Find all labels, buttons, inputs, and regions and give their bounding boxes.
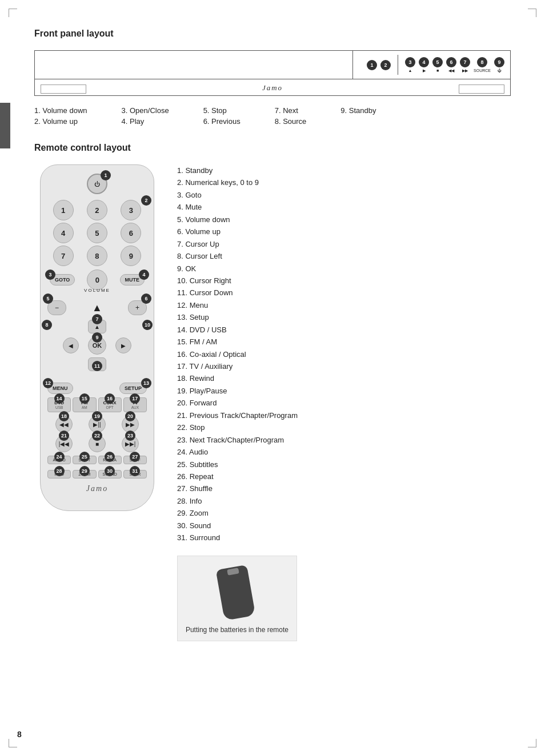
legend-item-4: 4. Play xyxy=(122,117,169,126)
desc-27: 27. Shuffle xyxy=(177,482,511,494)
audio-button[interactable]: 24 AUDIO xyxy=(47,456,71,464)
num-btn-0[interactable]: 0 xyxy=(87,270,107,290)
desc-29: 29. Zoom xyxy=(177,507,511,519)
sub-button[interactable]: 25 SUB-T xyxy=(73,456,96,464)
desc-30: 30. Sound xyxy=(177,520,511,532)
fp-divider xyxy=(352,51,354,79)
info-button[interactable]: 28 INFO xyxy=(47,470,71,478)
nav-left-badge: 8 xyxy=(42,320,52,330)
fp-item-8: 8 SOURCE xyxy=(474,57,491,73)
desc-6: 6. Volume up xyxy=(177,226,511,238)
tv-aux-button[interactable]: 17 TV AUX xyxy=(123,397,147,412)
rew-badge: 18 xyxy=(59,411,69,421)
fp-badge-9: 9 xyxy=(494,57,504,67)
fm-am-button[interactable]: 15 FM AM xyxy=(73,397,96,412)
zoom-button[interactable]: 29 ZOOM xyxy=(73,470,96,478)
num-btn-3[interactable]: 3 xyxy=(121,200,141,220)
desc-25: 25. Subtitles xyxy=(177,459,511,471)
desc-8: 8. Cursor Left xyxy=(177,250,511,262)
legend-item-6: 6. Previous xyxy=(203,117,241,126)
num-btn-4[interactable]: 4 xyxy=(53,223,74,243)
num-btn-5[interactable]: 5 xyxy=(87,223,107,243)
desc-24: 24. Audio xyxy=(177,446,511,458)
fp-badge-3: 3 xyxy=(405,57,415,67)
corner-mark-tl xyxy=(9,9,17,17)
sound-button[interactable]: 30 SOUND xyxy=(98,470,122,478)
desc-16: 16. Co-axial / Optical xyxy=(177,348,511,360)
coax-badge: 16 xyxy=(105,393,115,404)
transport-row-2: 21 |◀◀ 22 ■ 23 ▶▶| xyxy=(47,435,147,452)
side-tab xyxy=(0,103,10,148)
nav-container: 8 10 11 7 ▲ ◀ 9 OK ▶ ▼ xyxy=(47,320,147,371)
num-btn-9[interactable]: 9 xyxy=(121,246,141,266)
standby-badge: 1 xyxy=(101,170,111,180)
desc-26: 26. Repeat xyxy=(177,471,511,482)
desc-3: 3. Goto xyxy=(177,189,511,201)
desc-14: 14. DVD / USB xyxy=(177,324,511,336)
fp-controls: 1 2 3 ▲ 4 ▶ 5 xyxy=(355,55,504,75)
sound-badge: 30 xyxy=(105,466,115,476)
surround-button[interactable]: 31 SURR xyxy=(123,470,147,478)
next-container: 23 ▶▶| xyxy=(122,435,139,452)
fp-item-5: 5 ■ xyxy=(432,57,443,73)
num-btn-1[interactable]: 1 xyxy=(53,200,74,220)
remote-standby-row: ⏻ 1 xyxy=(47,174,147,194)
goto-mute-row: 3 GOTO 0 4 MUTE xyxy=(47,270,147,290)
legend-item-1: 1. Volume down xyxy=(34,106,87,115)
fp-item-2: 2 xyxy=(380,60,391,70)
fp-item-6: 6 ◀◀ xyxy=(446,57,456,73)
legend-col-4: 7. Next 8. Source xyxy=(275,106,307,126)
nav-up-badge: 7 xyxy=(92,314,102,324)
menu-setup-row: 12 MENU 13 SETUP xyxy=(47,383,147,394)
legend-col-1: 1. Volume down 2. Volume up xyxy=(34,106,87,126)
nav-right-badge: 10 xyxy=(142,320,153,330)
legend-col-3: 5. Stop 6. Previous xyxy=(203,106,241,126)
panel-legend: 1. Volume down 2. Volume up 3. Open/Clos… xyxy=(34,106,511,126)
menu-container: 12 MENU xyxy=(47,383,73,394)
desc-21: 21. Previous Track/Chapter/Program xyxy=(177,409,511,421)
standby-button[interactable]: ⏻ 1 xyxy=(87,174,107,194)
corner-mark-br xyxy=(528,739,536,747)
numkeys-badge: 2 xyxy=(141,195,151,206)
mute-container: 4 MUTE xyxy=(120,274,145,285)
num-btn-8[interactable]: 8 xyxy=(87,246,107,266)
front-panel-bottom: Jamo xyxy=(35,79,510,96)
goto-container: 3 GOTO xyxy=(50,274,75,285)
desc-5: 5. Volume down xyxy=(177,214,511,226)
desc-22: 22. Stop xyxy=(177,421,511,433)
fp-sub-right xyxy=(459,85,504,94)
coax-opt-button[interactable]: 16 COAX OPT xyxy=(98,397,122,412)
num-btn-6[interactable]: 6 xyxy=(121,223,141,243)
shuffle-button[interactable]: 27 SHUF xyxy=(123,456,147,464)
remote-wrapper: ⏻ 1 2 1 2 3 4 5 6 7 8 xyxy=(34,164,160,511)
sub-badge: 25 xyxy=(79,452,90,462)
stop-container: 22 ■ xyxy=(89,435,106,452)
desc-31: 31. Surround xyxy=(177,532,511,544)
fp-logo: Jamo xyxy=(262,83,283,93)
vol-down-badge: 5 xyxy=(43,293,53,304)
power-icon: ⏻ xyxy=(94,181,100,187)
repeat-button[interactable]: 26 REPEA xyxy=(98,456,122,464)
nav-left-button[interactable]: ◀ xyxy=(63,337,79,353)
legend-item-7: 7. Next xyxy=(275,106,307,115)
source-grid: 14 DVD USB 15 FM AM 16 COAX OPT xyxy=(47,397,147,412)
menu-badge: 12 xyxy=(43,378,53,388)
fm-badge: 15 xyxy=(79,393,90,404)
nav-right-button[interactable]: ▶ xyxy=(115,337,131,353)
remote-body: ⏻ 1 2 1 2 3 4 5 6 7 8 xyxy=(40,164,154,511)
num-btn-2[interactable]: 2 xyxy=(87,200,107,220)
setup-badge: 13 xyxy=(141,378,151,388)
legend-item-5: 5. Stop xyxy=(203,106,241,115)
fp-badge-6: 6 xyxy=(446,57,456,67)
num-btn-7[interactable]: 7 xyxy=(53,246,74,266)
fp-badge-1: 1 xyxy=(367,60,377,70)
desc-10: 10. Cursor Right xyxy=(177,275,511,287)
surround-badge: 31 xyxy=(130,466,140,476)
desc-19: 19. Play/Pause xyxy=(177,385,511,397)
desc-28: 28. Info xyxy=(177,495,511,507)
dvd-usb-button[interactable]: 14 DVD USB xyxy=(47,397,71,412)
fp-item-1: 1 xyxy=(367,60,377,70)
fp-item-3: 3 ▲ xyxy=(405,57,415,73)
fp-badge-2: 2 xyxy=(380,60,391,70)
nav-ok-button[interactable]: 9 OK xyxy=(88,336,106,355)
